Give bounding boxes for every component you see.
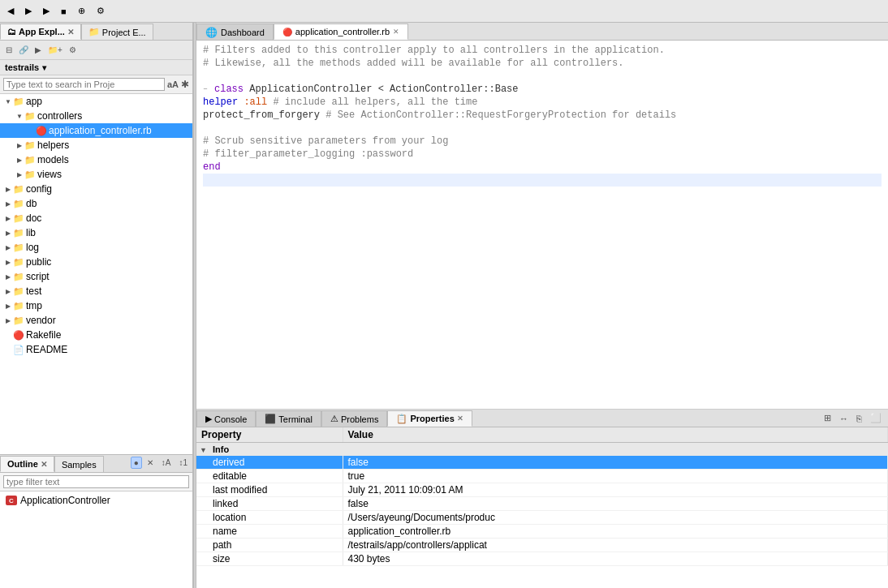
outline-circle-btn[interactable]: ● — [131, 457, 142, 469]
bottom-copy-btn[interactable]: ⎘ — [853, 411, 865, 425]
tree-label-ac: application_controller.rb — [49, 125, 152, 136]
code-class-name: ApplicationController < ActionController… — [249, 83, 518, 96]
tree-item-db[interactable]: ▶ 📁 db — [0, 196, 192, 211]
file-tree: ▼ 📁 app ▼ 📁 controllers 🔴 application_co… — [0, 94, 192, 454]
tree-item-public[interactable]: ▶ 📁 public — [0, 255, 192, 269]
code-line-4: –class ApplicationController < ActionCon… — [203, 83, 882, 96]
globe-icon: 🌐 — [205, 27, 218, 38]
collapse-all-btn[interactable]: ⊟ — [3, 45, 15, 55]
search-input[interactable] — [3, 78, 165, 91]
tab-samples[interactable]: Samples — [54, 456, 104, 472]
outline-sort-alpha-btn[interactable]: ↕A — [158, 457, 175, 469]
bottom-tab-properties[interactable]: 📋 Properties ✕ — [387, 410, 472, 427]
code-comment-helper: # include all helpers, all the time — [267, 96, 477, 109]
editor-tab-dashboard[interactable]: 🌐 Dashboard — [196, 24, 274, 40]
toolbar-settings-btn[interactable]: ⚙ — [93, 3, 109, 19]
tree-arrow-script: ▶ — [3, 273, 13, 281]
prop-row-editable[interactable]: editable true — [196, 470, 888, 483]
tree-item-readme[interactable]: 📄 README — [0, 342, 192, 357]
prop-row-derived[interactable]: derived false — [196, 456, 888, 470]
toolbar-run-btn[interactable]: ▶ — [39, 3, 54, 19]
project-dropdown[interactable]: ▾ — [42, 63, 46, 72]
prop-row-linked[interactable]: linked false — [196, 497, 888, 511]
code-comment-2: # Likewise, all the methods added will b… — [203, 57, 623, 70]
tree-label-doc: doc — [26, 212, 41, 224]
bottom-tab-terminal[interactable]: ⬛ Terminal — [256, 410, 321, 427]
tab-project-explorer[interactable]: 📁 Project E... — [81, 24, 153, 40]
tree-item-doc[interactable]: ▶ 📁 doc — [0, 211, 192, 225]
outline-item-application-controller[interactable]: C ApplicationController — [3, 493, 189, 508]
outline-filter-input[interactable] — [3, 475, 189, 488]
tree-item-log[interactable]: ▶ 📁 log — [0, 240, 192, 255]
folder-icon-vendor: 📁 — [13, 315, 24, 326]
tree-item-models[interactable]: ▶ 📁 models — [0, 152, 192, 167]
prop-value-linked: false — [343, 497, 888, 511]
outline-x-btn[interactable]: ✕ — [144, 457, 157, 469]
prop-row-last-modified[interactable]: last modified July 21, 2011 10:09:01 AM — [196, 483, 888, 497]
tree-item-app[interactable]: ▼ 📁 app — [0, 94, 192, 109]
prop-row-size[interactable]: size 430 bytes — [196, 552, 888, 566]
prop-name-editable: editable — [196, 470, 343, 483]
bottom-tab-problems-label: Problems — [341, 414, 378, 424]
outline-tab-bar: Outline ✕ Samples ● ✕ ↕A ↕1 — [0, 455, 192, 473]
editor-tab-application-controller[interactable]: 🔴 application_controller.rb ✕ — [274, 24, 408, 40]
settings-exp-btn[interactable]: ⚙ — [67, 45, 79, 55]
bottom-section: ▶ Console ⬛ Terminal ⚠ Problems 📋 Proper… — [196, 410, 888, 588]
tree-item-application-controller[interactable]: 🔴 application_controller.rb — [0, 123, 192, 138]
bottom-columns-btn[interactable]: ⊞ — [821, 411, 834, 425]
app-explorer-close[interactable]: ✕ — [67, 28, 74, 36]
code-comment-protect: # See ActionController::RequestForgeryPr… — [325, 109, 676, 122]
tree-item-script[interactable]: ▶ 📁 script — [0, 269, 192, 284]
tree-item-controllers[interactable]: ▼ 📁 controllers — [0, 109, 192, 123]
tree-arrow-db: ▶ — [3, 200, 13, 208]
outline-tab-close[interactable]: ✕ — [41, 460, 47, 469]
prop-name-name: name — [196, 525, 343, 539]
bottom-tab-console[interactable]: ▶ Console — [196, 410, 256, 427]
properties-table: Property Value ▼ Info — [196, 427, 888, 588]
toolbar-forward-btn[interactable]: ▶ — [21, 3, 36, 19]
bottom-maximize-btn[interactable]: ⬜ — [867, 411, 885, 425]
tree-label-readme: README — [26, 344, 67, 355]
outline-sort-num-btn[interactable]: ↕1 — [175, 457, 191, 469]
search-star-toggle[interactable]: ✱ — [181, 79, 189, 90]
tab-app-explorer[interactable]: 🗂 App Expl... ✕ — [0, 24, 81, 40]
bottom-tabs-bar: ▶ Console ⬛ Terminal ⚠ Problems 📋 Proper… — [196, 410, 888, 427]
editor-tab-ac-label: application_controller.rb — [295, 27, 390, 36]
code-line-10: end — [203, 161, 882, 174]
prop-row-name[interactable]: name application_controller.rb — [196, 525, 888, 539]
new-folder-btn[interactable]: 📁+ — [45, 45, 65, 55]
toolbar-back-btn[interactable]: ◀ — [3, 3, 18, 19]
bottom-tab-problems[interactable]: ⚠ Problems — [321, 410, 387, 427]
toolbar-new-btn[interactable]: ⊕ — [74, 3, 89, 19]
tree-item-rakefile[interactable]: 🔴 Rakefile — [0, 328, 192, 342]
outline-tab-label: Outline — [7, 459, 38, 469]
tree-item-vendor[interactable]: ▶ 📁 vendor — [0, 313, 192, 328]
folder-icon-config: 📁 — [13, 184, 24, 195]
tree-item-helpers[interactable]: ▶ 📁 helpers — [0, 138, 192, 152]
tree-item-tmp[interactable]: ▶ 📁 tmp — [0, 298, 192, 313]
bottom-tab-terminal-label: Terminal — [278, 414, 313, 424]
prop-row-location[interactable]: location /Users/ayeung/Documents/produc — [196, 511, 888, 525]
code-editor[interactable]: # Filters added to this controller apply… — [196, 41, 888, 410]
prop-col-property: Property — [196, 427, 343, 443]
folder-icon-views: 📁 — [24, 170, 36, 180]
editor-tab-ac-close[interactable]: ✕ — [393, 28, 399, 36]
tree-label-config: config — [26, 183, 52, 195]
tree-item-lib[interactable]: ▶ 📁 lib — [0, 225, 192, 240]
tab-outline[interactable]: Outline ✕ — [0, 456, 54, 472]
bottom-sync-btn[interactable]: ↔ — [836, 411, 851, 425]
search-aa-toggle[interactable]: aA — [167, 79, 179, 89]
toolbar-stop-btn[interactable]: ■ — [57, 4, 71, 19]
prop-value-name: application_controller.rb — [343, 525, 888, 539]
tree-item-views[interactable]: ▶ 📁 views — [0, 167, 192, 182]
prop-row-path[interactable]: path /testrails/app/controllers/applicat — [196, 539, 888, 552]
tree-label-lib: lib — [26, 227, 36, 238]
tree-item-test[interactable]: ▶ 📁 test — [0, 284, 192, 298]
run-project-btn[interactable]: ▶ — [32, 45, 44, 55]
properties-tab-close[interactable]: ✕ — [457, 414, 463, 423]
link-editor-btn[interactable]: 🔗 — [16, 45, 31, 55]
tree-item-config[interactable]: ▶ 📁 config — [0, 182, 192, 196]
ruby-file-icon-ac: 🔴 — [36, 126, 47, 136]
code-line-3 — [203, 70, 882, 83]
bottom-tab-properties-label: Properties — [410, 414, 454, 423]
